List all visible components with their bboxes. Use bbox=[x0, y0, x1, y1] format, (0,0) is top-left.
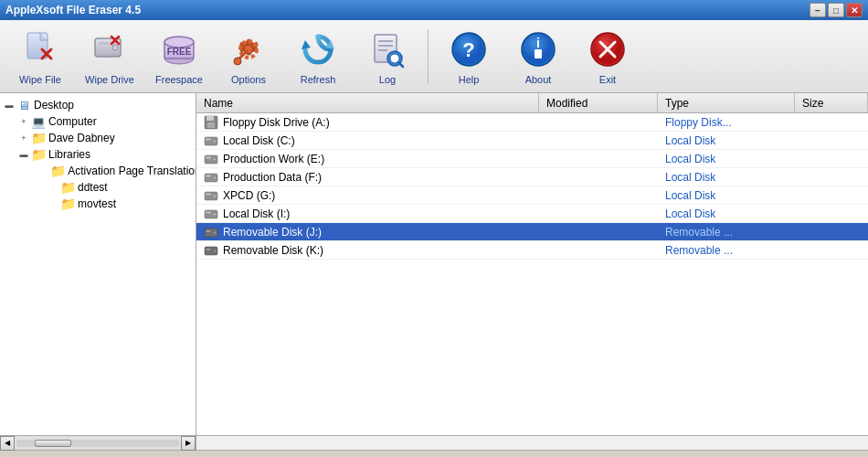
folder-icon-ddtest: 📁 bbox=[60, 180, 75, 195]
svg-point-51 bbox=[214, 195, 217, 197]
help-icon: ? bbox=[448, 28, 490, 70]
col-modified[interactable]: Modified bbox=[539, 93, 658, 112]
about-button[interactable]: i About bbox=[505, 25, 571, 89]
refresh-label: Refresh bbox=[301, 74, 336, 85]
file-type-floppy: Floppy Disk... bbox=[658, 116, 795, 129]
freespace-icon: FREE bbox=[158, 28, 200, 70]
svg-rect-59 bbox=[206, 249, 210, 250]
file-row-removable-k[interactable]: Removable Disk (K:) Removable ... bbox=[196, 241, 868, 260]
col-type[interactable]: Type bbox=[658, 93, 795, 112]
floppy-disk-icon bbox=[204, 115, 218, 130]
scroll-left-btn[interactable]: ◀ bbox=[0, 436, 15, 451]
expand-dave[interactable]: + bbox=[16, 131, 31, 145]
folder-icon-dave: 📁 bbox=[31, 131, 46, 145]
svg-point-60 bbox=[214, 250, 217, 252]
exit-button[interactable]: Exit bbox=[575, 25, 640, 89]
minimize-button[interactable]: − bbox=[810, 3, 826, 17]
folder-icon-libraries: 📁 bbox=[31, 147, 46, 162]
tree-item-desktop[interactable]: ▬ 🖥 Desktop bbox=[0, 97, 196, 113]
status-bar: Computer 1 folders bbox=[0, 450, 868, 457]
svg-point-16 bbox=[234, 58, 241, 65]
svg-marker-17 bbox=[302, 40, 311, 49]
tree-label-desktop: Desktop bbox=[34, 99, 74, 112]
file-type-removable-k: Removable ... bbox=[658, 244, 795, 257]
freespace-button[interactable]: FREE Freespace bbox=[146, 25, 212, 89]
svg-rect-38 bbox=[206, 116, 214, 121]
file-name-prod-f: Production Data (F:) bbox=[196, 170, 539, 185]
svg-rect-44 bbox=[206, 156, 211, 158]
file-type-prod-f: Local Disk bbox=[658, 171, 795, 184]
options-button[interactable]: Options bbox=[216, 25, 281, 89]
col-size[interactable]: Size bbox=[795, 93, 868, 112]
options-label: Options bbox=[231, 74, 266, 85]
file-tree[interactable]: ▬ 🖥 Desktop + 💻 Computer + 📁 Dave Dabney… bbox=[0, 93, 196, 435]
tree-label-computer: Computer bbox=[48, 115, 97, 128]
refresh-icon bbox=[297, 28, 339, 70]
file-name-removable-j: Removable Disk (J:) bbox=[196, 225, 539, 239]
wipe-file-label: Wipe File bbox=[19, 74, 61, 85]
expand-libraries[interactable]: ▬ bbox=[16, 147, 31, 162]
file-row-prod-f[interactable]: Production Data (F:) Local Disk bbox=[196, 168, 868, 186]
tree-item-ddtest[interactable]: + 📁 ddtest bbox=[0, 179, 196, 196]
log-icon bbox=[366, 28, 408, 70]
options-icon bbox=[228, 28, 270, 70]
file-type-local-c: Local Disk bbox=[658, 134, 795, 147]
scroll-right-btn[interactable]: ▶ bbox=[181, 436, 196, 451]
left-hscrollbar[interactable]: ◀ ▶ bbox=[0, 436, 196, 450]
file-name-xpcd-g: XPCD (G:) bbox=[196, 188, 539, 203]
col-name[interactable]: Name bbox=[196, 93, 539, 112]
close-button[interactable]: ✕ bbox=[846, 3, 863, 17]
usb-icon-j bbox=[204, 225, 218, 239]
svg-point-54 bbox=[214, 213, 217, 216]
tree-item-dave-dabney[interactable]: + 📁 Dave Dabney bbox=[0, 130, 196, 146]
wipe-drive-label: Wipe Drive bbox=[85, 74, 134, 85]
tree-item-movtest[interactable]: + 📁 movtest bbox=[0, 196, 196, 212]
file-row-xpcd-g[interactable]: XPCD (G:) Local Disk bbox=[196, 186, 868, 205]
title-bar-controls: − □ ✕ bbox=[810, 3, 863, 17]
scroll-thumb[interactable] bbox=[35, 440, 71, 447]
toolbar: Wipe File Wipe Drive bbox=[0, 20, 868, 93]
svg-point-48 bbox=[214, 176, 217, 179]
tree-label-activation: Activation Page Translations bbox=[68, 165, 196, 177]
svg-point-42 bbox=[214, 140, 217, 143]
scroll-track bbox=[16, 440, 179, 447]
wipe-drive-button[interactable]: Wipe Drive bbox=[77, 25, 143, 89]
exit-icon bbox=[587, 28, 629, 70]
hdd-icon-i bbox=[204, 207, 218, 221]
help-button[interactable]: ? Help bbox=[436, 25, 502, 89]
tree-item-activation[interactable]: + 📁 Activation Page Translations bbox=[0, 163, 196, 179]
file-row-local-i[interactable]: Local Disk (I:) Local Disk bbox=[196, 205, 868, 223]
file-name-removable-k: Removable Disk (K:) bbox=[196, 243, 539, 258]
expand-desktop[interactable]: ▬ bbox=[2, 98, 16, 112]
svg-rect-47 bbox=[206, 175, 211, 176]
wipe-file-icon bbox=[19, 28, 61, 70]
svg-rect-41 bbox=[206, 138, 211, 140]
tree-item-libraries[interactable]: ▬ 📁 Libraries bbox=[0, 146, 196, 163]
file-table-body: Floppy Disk Drive (A:) Floppy Disk... Lo… bbox=[196, 113, 868, 435]
file-row-local-c[interactable]: Local Disk (C:) Local Disk bbox=[196, 132, 868, 150]
log-button[interactable]: Log bbox=[355, 25, 420, 89]
svg-line-22 bbox=[398, 62, 403, 67]
tree-item-computer[interactable]: + 💻 Computer bbox=[0, 113, 196, 130]
log-label: Log bbox=[379, 74, 396, 85]
expand-computer[interactable]: + bbox=[16, 114, 31, 129]
hdd-icon-e bbox=[204, 152, 218, 166]
file-row-prod-e[interactable]: Production Work (E:) Local Disk bbox=[196, 150, 868, 168]
toolbar-separator bbox=[428, 29, 429, 84]
svg-rect-56 bbox=[206, 230, 210, 232]
refresh-button[interactable]: Refresh bbox=[285, 25, 351, 89]
right-hscrollbar bbox=[196, 436, 868, 450]
main-area: ▬ 🖥 Desktop + 💻 Computer + 📁 Dave Dabney… bbox=[0, 93, 868, 435]
maximize-button[interactable]: □ bbox=[828, 3, 844, 17]
usb-icon-k bbox=[204, 243, 218, 258]
svg-rect-50 bbox=[206, 193, 211, 195]
title-bar: AppleXsoft File Eraser 4.5 − □ ✕ bbox=[0, 0, 868, 20]
tree-label-ddtest: ddtest bbox=[78, 181, 108, 194]
file-type-removable-j: Removable ... bbox=[658, 226, 795, 239]
file-row-floppy[interactable]: Floppy Disk Drive (A:) Floppy Disk... bbox=[196, 113, 868, 132]
file-row-removable-j[interactable]: Removable Disk (J:) Removable ... bbox=[196, 223, 868, 241]
wipe-file-button[interactable]: Wipe File bbox=[7, 25, 73, 89]
hdd-icon-g bbox=[204, 188, 218, 203]
app-title: AppleXsoft File Eraser 4.5 bbox=[5, 4, 141, 16]
svg-text:i: i bbox=[536, 36, 540, 50]
